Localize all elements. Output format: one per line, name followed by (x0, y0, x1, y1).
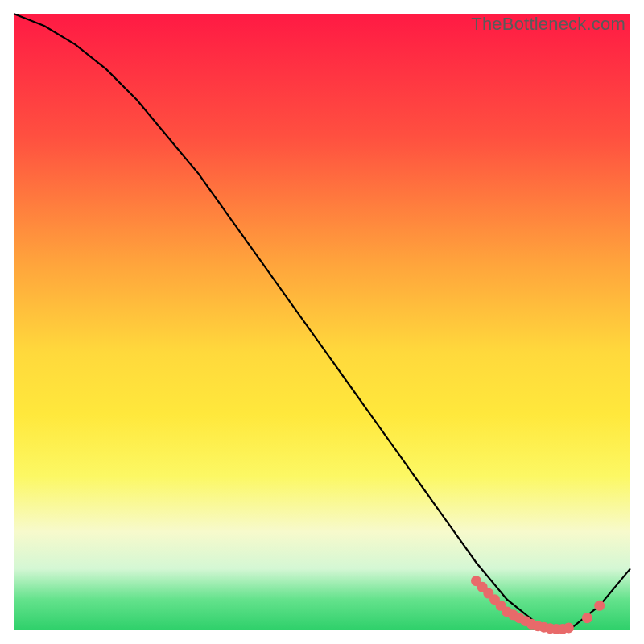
markers-group (471, 576, 605, 634)
curve-path (14, 14, 630, 630)
plot-area: TheBottleneck.com (14, 14, 630, 630)
marker-point (564, 622, 574, 633)
marker-point (582, 613, 592, 623)
chart-container: TheBottleneck.com (0, 0, 644, 644)
chart-svg (14, 14, 630, 630)
marker-point (594, 601, 605, 611)
